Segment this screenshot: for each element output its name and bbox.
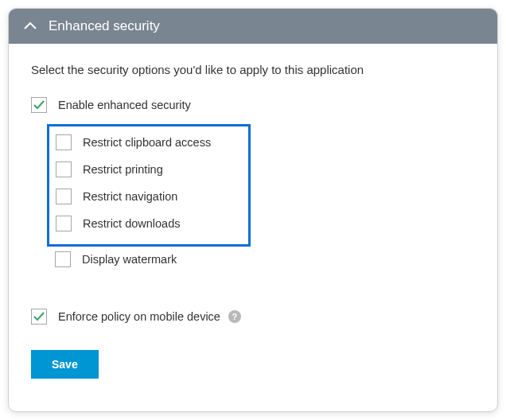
enable-enhanced-security-label: Enable enhanced security bbox=[58, 99, 191, 111]
panel-header[interactable]: Enhanced security bbox=[9, 9, 497, 44]
restrict-clipboard-row: Restrict clipboard access bbox=[56, 134, 242, 150]
enforce-policy-checkbox[interactable] bbox=[31, 309, 47, 325]
enforce-policy-row: Enforce policy on mobile device ? bbox=[31, 309, 475, 325]
restrict-printing-row: Restrict printing bbox=[56, 161, 242, 177]
panel-title: Enhanced security bbox=[49, 18, 160, 34]
enable-enhanced-security-row: Enable enhanced security bbox=[31, 97, 475, 113]
display-watermark-checkbox[interactable] bbox=[55, 251, 71, 267]
restrict-downloads-label: Restrict downloads bbox=[83, 217, 181, 230]
restrict-downloads-checkbox[interactable] bbox=[56, 216, 72, 231]
restrict-downloads-row: Restrict downloads bbox=[56, 216, 242, 231]
spacer bbox=[31, 278, 475, 309]
restrict-clipboard-checkbox[interactable] bbox=[56, 134, 72, 150]
panel-body: Select the security options you'd like t… bbox=[9, 44, 497, 395]
help-icon[interactable]: ? bbox=[228, 310, 241, 323]
restrict-printing-label: Restrict printing bbox=[83, 163, 163, 176]
display-watermark-row: Display watermark bbox=[55, 251, 475, 267]
restrict-clipboard-label: Restrict clipboard access bbox=[83, 136, 211, 149]
chevron-up-icon bbox=[23, 19, 37, 33]
restrict-highlight-box: Restrict clipboard access Restrict print… bbox=[47, 124, 251, 247]
sub-options: Restrict clipboard access Restrict print… bbox=[55, 124, 475, 267]
security-panel: Enhanced security Select the security op… bbox=[8, 8, 498, 412]
restrict-navigation-label: Restrict navigation bbox=[83, 190, 177, 203]
save-button[interactable]: Save bbox=[31, 350, 99, 379]
display-watermark-label: Display watermark bbox=[82, 253, 177, 266]
restrict-printing-checkbox[interactable] bbox=[56, 161, 72, 177]
restrict-navigation-row: Restrict navigation bbox=[56, 189, 242, 204]
enforce-policy-label: Enforce policy on mobile device bbox=[58, 310, 220, 323]
enable-enhanced-security-checkbox[interactable] bbox=[31, 97, 47, 113]
restrict-navigation-checkbox[interactable] bbox=[56, 189, 72, 204]
intro-text: Select the security options you'd like t… bbox=[31, 63, 475, 76]
